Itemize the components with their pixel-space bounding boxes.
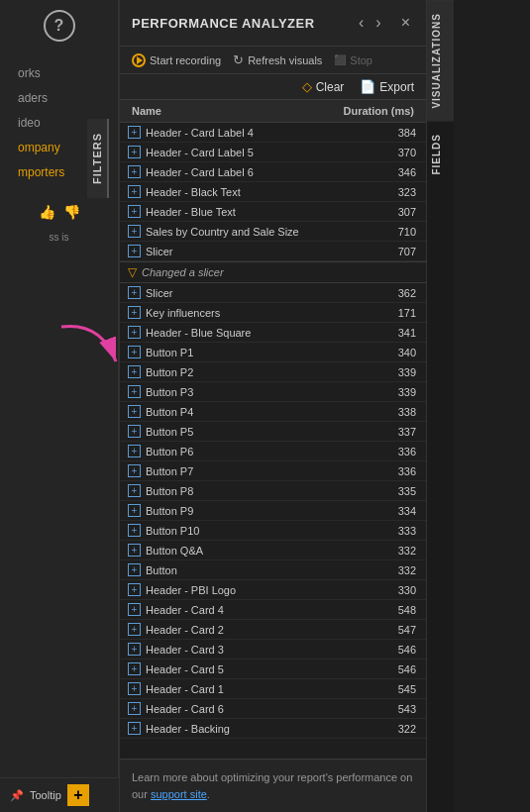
row-duration: 545 bbox=[376, 683, 416, 695]
table-row[interactable]: + Header - Card 4 548 bbox=[120, 600, 426, 620]
expand-icon[interactable]: + bbox=[128, 326, 141, 339]
table-row[interactable]: + Button P2 339 bbox=[120, 362, 426, 382]
table-row[interactable]: + Button P8 335 bbox=[120, 481, 426, 501]
expand-icon[interactable]: + bbox=[128, 385, 141, 398]
help-icon[interactable]: ? bbox=[44, 10, 75, 42]
play-triangle bbox=[137, 56, 143, 64]
row-name-cell: + Header - Card Label 5 bbox=[128, 146, 376, 158]
expand-icon[interactable]: + bbox=[128, 245, 141, 257]
refresh-visuals-button[interactable]: ↻ Refresh visuals bbox=[233, 52, 322, 67]
table-row[interactable]: + Button P6 336 bbox=[120, 442, 426, 461]
expand-icon[interactable]: + bbox=[128, 464, 141, 477]
table-row[interactable]: + Button P3 339 bbox=[120, 382, 426, 402]
row-label: Button P2 bbox=[146, 366, 193, 378]
expand-icon[interactable]: + bbox=[128, 722, 141, 735]
table-row[interactable]: + Key influencers 171 bbox=[120, 303, 426, 323]
table-row[interactable]: + Header - Card Label 6 346 bbox=[120, 162, 426, 182]
thumbs-up-icon[interactable]: 👍 bbox=[39, 204, 55, 220]
left-nav-item[interactable]: aders bbox=[12, 87, 118, 109]
table-row[interactable]: + Header - Black Text 323 bbox=[120, 182, 426, 202]
expand-icon[interactable]: + bbox=[128, 286, 141, 299]
expand-icon[interactable]: + bbox=[128, 504, 141, 517]
table-row[interactable]: + Button Q&A 332 bbox=[120, 541, 426, 560]
row-label: Button P10 bbox=[146, 525, 199, 537]
expand-icon[interactable]: + bbox=[128, 445, 141, 457]
table-row[interactable]: + Button P9 334 bbox=[120, 501, 426, 521]
table-row[interactable]: + Header - Card 2 547 bbox=[120, 620, 426, 640]
left-nav-item[interactable]: orks bbox=[12, 62, 118, 84]
tooltip-label: Tooltip bbox=[30, 789, 61, 801]
forward-arrow[interactable]: › bbox=[371, 12, 384, 34]
expand-icon[interactable]: + bbox=[128, 405, 141, 418]
start-recording-button[interactable]: Start recording bbox=[132, 53, 221, 67]
back-arrow[interactable]: ‹ bbox=[355, 12, 368, 34]
row-name-cell: + Header - Card 5 bbox=[128, 662, 376, 675]
row-duration: 362 bbox=[376, 287, 416, 299]
table-row[interactable]: + Slicer 362 bbox=[120, 283, 426, 303]
table-body[interactable]: + Header - Card Label 4 384 + Header - C… bbox=[120, 123, 426, 759]
row-label: Button P7 bbox=[146, 465, 193, 477]
table-row[interactable]: + Button P5 337 bbox=[120, 422, 426, 442]
expand-icon[interactable]: + bbox=[128, 563, 141, 576]
support-link[interactable]: support site bbox=[151, 788, 207, 800]
expand-icon[interactable]: + bbox=[128, 146, 141, 158]
table-row[interactable]: + Button 332 bbox=[120, 560, 426, 580]
table-row[interactable]: + Button P10 333 bbox=[120, 521, 426, 541]
expand-icon[interactable]: + bbox=[128, 225, 141, 238]
expand-icon[interactable]: + bbox=[128, 165, 141, 178]
row-label: Button P9 bbox=[146, 505, 193, 517]
stop-icon: ⬛ bbox=[334, 54, 346, 65]
table-row[interactable]: + Header - Card Label 5 370 bbox=[120, 143, 426, 162]
table-row[interactable]: + Header - Card 6 543 bbox=[120, 699, 426, 719]
stop-button[interactable]: ⬛ Stop bbox=[334, 54, 372, 66]
expand-icon[interactable]: + bbox=[128, 306, 141, 319]
table-row[interactable]: + Sales by Country and Sale Size 710 bbox=[120, 222, 426, 242]
table-row[interactable]: + Slicer 707 bbox=[120, 242, 426, 261]
expand-icon[interactable]: + bbox=[128, 682, 141, 695]
table-row[interactable]: + Header - Card Label 4 384 bbox=[120, 123, 426, 143]
expand-icon[interactable]: + bbox=[128, 425, 141, 438]
row-name-cell: + Button P8 bbox=[128, 484, 376, 497]
expand-icon[interactable]: + bbox=[128, 484, 141, 497]
table-row[interactable]: + Header - Card 1 545 bbox=[120, 679, 426, 699]
row-label: Header - Card Label 5 bbox=[146, 147, 254, 158]
table-row[interactable]: + Header - Card 5 546 bbox=[120, 660, 426, 679]
expand-icon[interactable]: + bbox=[128, 365, 141, 378]
export-button[interactable]: 📄 Export bbox=[360, 79, 414, 94]
table-row[interactable]: + Header - Blue Square 341 bbox=[120, 323, 426, 343]
table-row[interactable]: + Button P1 340 bbox=[120, 343, 426, 362]
filters-tab[interactable]: FILTERS bbox=[87, 119, 109, 198]
expand-icon[interactable]: + bbox=[128, 583, 141, 596]
thumbs-down-icon[interactable]: 👎 bbox=[63, 204, 80, 220]
expand-icon[interactable]: + bbox=[128, 524, 141, 537]
clear-button[interactable]: ◇ Clear bbox=[302, 79, 345, 94]
row-name-cell: + Button P1 bbox=[128, 346, 376, 358]
expand-icon[interactable]: + bbox=[128, 126, 141, 139]
expand-icon[interactable]: + bbox=[128, 346, 141, 358]
expand-icon[interactable]: + bbox=[128, 185, 141, 198]
row-duration: 548 bbox=[376, 604, 416, 616]
row-duration: 307 bbox=[376, 206, 416, 218]
tab-visualizations[interactable]: VISUALIZATIONS bbox=[427, 0, 454, 121]
table-row[interactable]: ▽ Changed a slicer bbox=[120, 261, 426, 283]
expand-icon[interactable]: + bbox=[128, 643, 141, 656]
row-name-cell: + Header - Backing bbox=[128, 722, 376, 735]
expand-icon[interactable]: + bbox=[128, 662, 141, 675]
add-button[interactable]: + bbox=[67, 784, 89, 806]
table-row[interactable]: + Header - Backing 322 bbox=[120, 719, 426, 739]
expand-icon[interactable]: + bbox=[128, 544, 141, 557]
table-row[interactable]: + Button P4 338 bbox=[120, 402, 426, 422]
expand-icon[interactable]: + bbox=[128, 702, 141, 715]
table-row[interactable]: + Button P7 336 bbox=[120, 461, 426, 481]
tab-fields[interactable]: FIELDS bbox=[427, 121, 454, 187]
table-row[interactable]: + Header - PBI Logo 330 bbox=[120, 580, 426, 600]
table-row[interactable]: + Header - Card 3 546 bbox=[120, 640, 426, 660]
table-row[interactable]: + Header - Blue Text 307 bbox=[120, 202, 426, 222]
close-button[interactable]: × bbox=[397, 14, 414, 32]
row-label: Header - Card 3 bbox=[146, 644, 224, 656]
row-name-cell: + Header - Blue Square bbox=[128, 326, 376, 339]
expand-icon[interactable]: + bbox=[128, 205, 141, 218]
expand-icon[interactable]: + bbox=[128, 623, 141, 636]
expand-icon[interactable]: + bbox=[128, 603, 141, 616]
row-duration: 546 bbox=[376, 644, 416, 656]
